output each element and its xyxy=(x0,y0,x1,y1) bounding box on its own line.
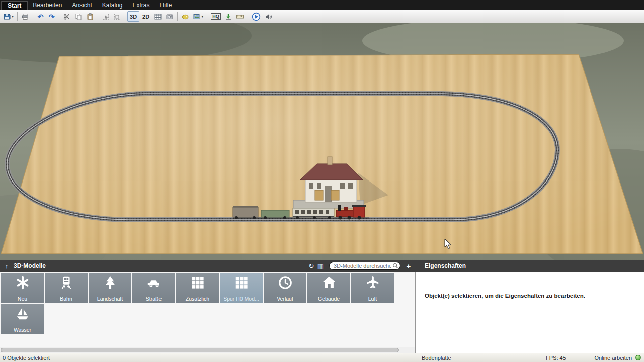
play-button[interactable] xyxy=(250,11,262,22)
scene-canvas xyxy=(0,23,644,260)
properties-empty-message: Objekt(e) selektieren, um die Eigenschaf… xyxy=(425,293,638,299)
hovered-object-label: Bodenplatte xyxy=(422,355,451,361)
select-tool-button[interactable] xyxy=(100,11,111,22)
category-label: Landschaft xyxy=(89,296,131,302)
tile-view-button[interactable]: ▦ xyxy=(316,261,325,270)
category-tile-gebaeude[interactable]: Gebäude xyxy=(307,273,350,303)
ruler-button[interactable] xyxy=(234,11,246,22)
category-tiles: Neu Bahn Landschaft Straße Zusätzlich xyxy=(0,272,415,347)
save-button[interactable]: ▾ xyxy=(2,11,15,22)
view-2d-button[interactable]: 2D xyxy=(140,11,152,22)
table-grid-icon xyxy=(154,13,162,21)
camera-view-button[interactable] xyxy=(164,11,175,22)
arrow-up-icon: ↑ xyxy=(5,262,9,270)
category-label: Verlauf xyxy=(264,296,306,302)
redo-icon: ↷ xyxy=(49,13,55,20)
category-tile-strasse[interactable]: Straße xyxy=(132,273,175,303)
category-tile-landschaft[interactable]: Landschaft xyxy=(89,273,131,303)
grid-icon xyxy=(234,275,249,290)
view-3d-button[interactable]: 3D xyxy=(127,11,139,22)
speaker-icon xyxy=(264,13,272,21)
category-tile-bahn[interactable]: Bahn xyxy=(45,273,88,303)
online-mode-label[interactable]: Online arbeiten xyxy=(594,355,632,361)
menu-start[interactable]: Start xyxy=(1,1,28,10)
download-icon xyxy=(224,13,232,21)
paint-button[interactable] xyxy=(180,11,191,22)
clock-icon xyxy=(278,275,293,290)
fps-counter: FPS: 45 xyxy=(546,355,566,361)
train-icon xyxy=(59,275,74,290)
models-panel-header: ↑ 3D-Modelle ↻ ▦ + xyxy=(0,260,416,272)
category-label: Neu xyxy=(1,296,44,302)
scissors-icon xyxy=(63,13,71,21)
refresh-icon: ↻ xyxy=(309,262,314,270)
hq-label: HQ xyxy=(211,13,221,20)
baseboard[interactable] xyxy=(1,54,643,254)
selection-status: 0 Objekte selektiert xyxy=(0,355,50,361)
models-panel: Neu Bahn Landschaft Straße Zusätzlich xyxy=(0,272,416,353)
menu-bearbeiten[interactable]: Bearbeiten xyxy=(28,1,67,10)
menu-extras[interactable]: Extras xyxy=(127,1,154,10)
toolbar-separator xyxy=(248,12,248,21)
redo-button[interactable]: ↷ xyxy=(46,11,57,22)
category-tile-spur-h0[interactable]: Spur H0 Mod... xyxy=(220,273,263,303)
properties-panel-title: Eigenschaften xyxy=(425,262,466,269)
menu-katalog[interactable]: Katalog xyxy=(97,1,128,10)
3d-viewport[interactable] xyxy=(0,23,644,260)
print-button[interactable] xyxy=(20,11,31,22)
collapse-panel-button[interactable]: ↑ xyxy=(2,261,11,270)
add-model-button[interactable]: + xyxy=(404,261,414,270)
hq-button[interactable]: HQ xyxy=(209,11,222,22)
undo-icon: ↶ xyxy=(38,13,44,20)
download-button[interactable] xyxy=(223,11,234,22)
menu-ansicht[interactable]: Ansicht xyxy=(67,1,97,10)
toolbar-separator xyxy=(125,12,125,21)
chevron-down-icon: ▾ xyxy=(12,14,14,19)
panel-header-bar: ↑ 3D-Modelle ↻ ▦ + Eigenschaften xyxy=(0,260,644,272)
copy-icon xyxy=(74,13,83,21)
horizontal-scrollbar[interactable] xyxy=(0,347,415,353)
status-bar: 0 Objekte selektiert Bodenplatte FPS: 45… xyxy=(0,353,644,362)
texture-dropdown-button[interactable]: ▾ xyxy=(191,11,205,22)
undo-button[interactable]: ↶ xyxy=(35,11,46,22)
search-input[interactable] xyxy=(329,262,400,270)
copy-button[interactable] xyxy=(73,11,84,22)
paste-button[interactable] xyxy=(85,11,96,22)
asterisk-icon xyxy=(15,275,30,290)
sailboat-icon xyxy=(15,306,30,321)
search-icon xyxy=(392,263,398,269)
toolbar-separator xyxy=(17,12,18,21)
menu-hilfe[interactable]: Hilfe xyxy=(154,1,177,10)
grid-view-icon: ▦ xyxy=(317,262,324,270)
menu-bar: Start Bearbeiten Ansicht Katalog Extras … xyxy=(0,0,644,10)
refresh-button[interactable]: ↻ xyxy=(307,261,316,270)
view-3d-label: 3D xyxy=(130,14,137,20)
category-label: Gebäude xyxy=(307,296,350,302)
properties-panel: Objekt(e) selektieren, um die Eigenschaf… xyxy=(416,272,644,353)
toolbar-separator xyxy=(98,12,98,21)
category-tile-luft[interactable]: Luft xyxy=(351,273,394,303)
category-label: Bahn xyxy=(45,296,88,302)
texture-image-icon xyxy=(193,13,201,21)
play-icon xyxy=(252,12,261,21)
cut-button[interactable] xyxy=(61,11,72,22)
search-box xyxy=(329,262,400,270)
multi-select-button[interactable] xyxy=(112,11,123,22)
toolbar-separator xyxy=(33,12,33,21)
category-label: Luft xyxy=(351,296,394,302)
category-label: Spur H0 Mod... xyxy=(220,296,263,302)
category-tile-verlauf[interactable]: Verlauf xyxy=(264,273,306,303)
application-window: Start Bearbeiten Ansicht Katalog Extras … xyxy=(0,0,644,362)
paint-palette-icon xyxy=(181,13,189,21)
sound-button[interactable] xyxy=(263,11,274,22)
toolbar-separator xyxy=(207,12,207,21)
grid-view-button[interactable] xyxy=(152,11,164,22)
category-tile-wasser[interactable]: Wasser xyxy=(1,304,44,334)
category-tile-neu[interactable]: Neu xyxy=(1,273,44,303)
category-label: Zusätzlich xyxy=(176,296,219,302)
scrollbar-thumb[interactable] xyxy=(1,348,399,352)
chevron-down-icon: ▾ xyxy=(201,14,203,19)
ruler-icon xyxy=(236,13,244,21)
view-2d-label: 2D xyxy=(142,14,149,20)
category-tile-zusaetzlich[interactable]: Zusätzlich xyxy=(176,273,219,303)
